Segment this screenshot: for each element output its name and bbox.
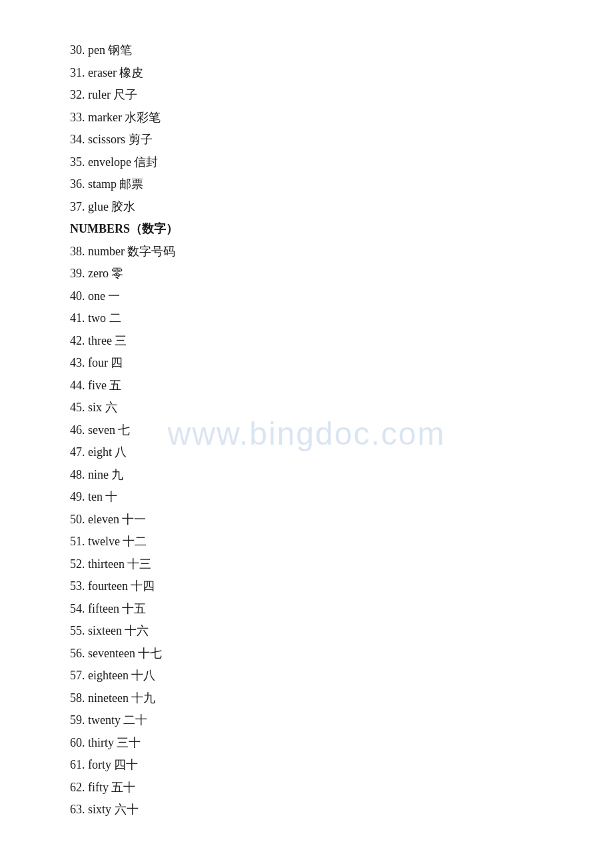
list-item: 43. four 四	[70, 353, 560, 374]
list-item: 42. three 三	[70, 331, 560, 352]
list-item: 55. sixteen 十六	[70, 621, 560, 642]
list-item: 63. sixty 六十	[70, 799, 560, 821]
list-item: 61. forty 四十	[70, 755, 560, 776]
list-item: 50. eleven 十一	[70, 509, 560, 531]
list-item: 38. number 数字号码	[70, 241, 560, 263]
list-item: 51. twelve 十二	[70, 531, 560, 553]
list-item: 62. fifty 五十	[70, 777, 560, 799]
list-item: 53. fourteen 十四	[70, 576, 560, 597]
page-content: www.bingdoc.com 30. pen 钢笔31. eraser 橡皮3…	[0, 0, 613, 862]
list-item: 34. scissors 剪子	[70, 129, 560, 151]
list-item: 32. ruler 尺子	[70, 85, 560, 106]
list-item: 35. envelope 信封	[70, 152, 560, 173]
list-item: 46. seven 七	[70, 420, 560, 441]
list-item: 48. nine 九	[70, 465, 560, 486]
list-item: 33. marker 水彩笔	[70, 107, 560, 129]
list-item: 37. glue 胶水	[70, 197, 560, 218]
list-item: 52. thirteen 十三	[70, 554, 560, 575]
list-item: 58. nineteen 十九	[70, 688, 560, 709]
list-item: 47. eight 八	[70, 442, 560, 463]
list-item: 45. six 六	[70, 397, 560, 419]
list-item: 30. pen 钢笔	[70, 40, 560, 61]
list-item: 31. eraser 橡皮	[70, 63, 560, 84]
list-item: 49. ten 十	[70, 487, 560, 508]
list-item: 54. fifteen 十五	[70, 599, 560, 620]
list-item: 60. thirty 三十	[70, 733, 560, 754]
list-item: 57. eighteen 十八	[70, 665, 560, 687]
list-item: 39. zero 零	[70, 263, 560, 285]
list-item: 59. twenty 二十	[70, 710, 560, 731]
section-header: NUMBERS（数字）	[70, 219, 560, 240]
list-item: 41. two 二	[70, 308, 560, 329]
list-item: 44. five 五	[70, 375, 560, 397]
list-item: 40. one 一	[70, 286, 560, 307]
list-item: 56. seventeen 十七	[70, 643, 560, 665]
list-item: 36. stamp 邮票	[70, 174, 560, 195]
